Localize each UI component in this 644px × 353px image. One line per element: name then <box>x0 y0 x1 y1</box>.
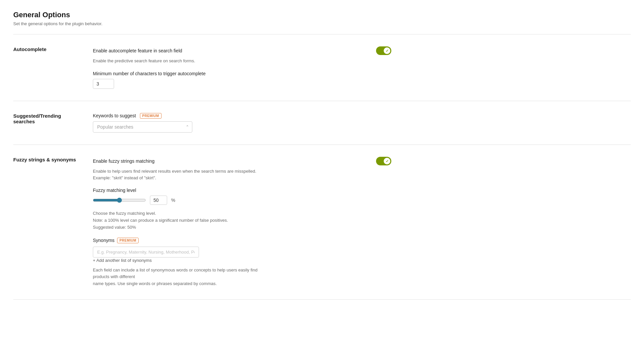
synonyms-group: Synonyms PREMIUM <box>93 238 391 258</box>
autocomplete-section: Autocomplete Enable autocomplete feature… <box>13 34 631 101</box>
keywords-select[interactable]: Popular searches Trending searches Custo… <box>93 121 192 133</box>
fuzzy-slider[interactable] <box>93 198 146 203</box>
keywords-row: Keywords to suggest PREMIUM <box>93 113 391 119</box>
fuzzy-percent-input[interactable] <box>150 196 167 205</box>
autocomplete-description: Enable the predictive search feature on … <box>93 58 391 64</box>
fuzzy-section-label: Fuzzy strings & synonyms <box>13 157 93 287</box>
synonyms-description-line2: name types. Use single words or phrases … <box>93 281 217 286</box>
autocomplete-toggle-row: Enable autocomplete feature in search fi… <box>93 46 391 55</box>
fuzzy-note-line1: Choose the fuzzy matching level. <box>93 211 156 216</box>
fuzzy-level-container: Fuzzy matching level % <box>93 188 391 205</box>
keywords-premium-badge: PREMIUM <box>140 113 161 119</box>
synonyms-description: Each field can include a list of synonym… <box>93 267 265 287</box>
fuzzy-level-label: Fuzzy matching level <box>93 188 391 193</box>
keywords-select-wrapper: Popular searches Trending searches Custo… <box>93 121 192 133</box>
autocomplete-toggle-thumb: ✓ <box>384 47 390 54</box>
fuzzy-percent-label: % <box>171 198 175 203</box>
autocomplete-section-label: Autocomplete <box>13 46 93 89</box>
autocomplete-toggle-track: ✓ <box>376 46 391 55</box>
fuzzy-description-line2: Example: "skrit" instead of "skirt". <box>93 175 156 180</box>
min-chars-group: Minimum number of characters to trigger … <box>93 71 391 89</box>
fuzzy-note: Choose the fuzzy matching level. Note: a… <box>93 210 391 231</box>
synonyms-description-line1: Each field can include a list of synonym… <box>93 267 257 279</box>
fuzzy-toggle-row: Enable fuzzy strings matching ✓ <box>93 157 391 165</box>
fuzzy-description: Enable to help users find relevant resul… <box>93 168 391 181</box>
fuzzy-toggle-check: ✓ <box>386 159 389 163</box>
suggested-section-label: Suggested/Trending searches <box>13 113 93 133</box>
add-synonyms-link[interactable]: + Add another list of synonyms <box>93 258 152 263</box>
fuzzy-toggle-thumb: ✓ <box>384 158 390 164</box>
synonyms-label: Synonyms <box>93 238 114 243</box>
autocomplete-toggle[interactable]: ✓ <box>376 46 391 55</box>
min-chars-label: Minimum number of characters to trigger … <box>93 71 391 76</box>
synonyms-input[interactable] <box>93 247 199 258</box>
keywords-label: Keywords to suggest <box>93 113 136 118</box>
synonyms-premium-badge: PREMIUM <box>117 238 139 243</box>
fuzzy-slider-row: % <box>93 196 391 205</box>
page-title: General Options <box>13 11 631 19</box>
synonyms-label-row: Synonyms PREMIUM <box>93 238 391 243</box>
fuzzy-note-line2: Note: a 100% level can produce a signifi… <box>93 218 228 223</box>
page-subtitle: Set the general options for the plugin b… <box>13 21 631 26</box>
fuzzy-section: Fuzzy strings & synonyms Enable fuzzy st… <box>13 145 631 300</box>
min-chars-input[interactable] <box>93 79 114 89</box>
fuzzy-toggle[interactable]: ✓ <box>376 157 391 165</box>
fuzzy-section-content: Enable fuzzy strings matching ✓ Enable t… <box>93 157 391 287</box>
fuzzy-note-line3: Suggested value: 50% <box>93 225 136 230</box>
autocomplete-section-content: Enable autocomplete feature in search fi… <box>93 46 391 89</box>
fuzzy-enable-label: Enable fuzzy strings matching <box>93 158 155 164</box>
suggested-section: Suggested/Trending searches Keywords to … <box>13 101 631 145</box>
autocomplete-enable-label: Enable autocomplete feature in search fi… <box>93 48 182 53</box>
fuzzy-description-line1: Enable to help users find relevant resul… <box>93 169 256 174</box>
autocomplete-toggle-check: ✓ <box>386 49 389 53</box>
suggested-section-content: Keywords to suggest PREMIUM Popular sear… <box>93 113 391 133</box>
fuzzy-toggle-track: ✓ <box>376 157 391 165</box>
